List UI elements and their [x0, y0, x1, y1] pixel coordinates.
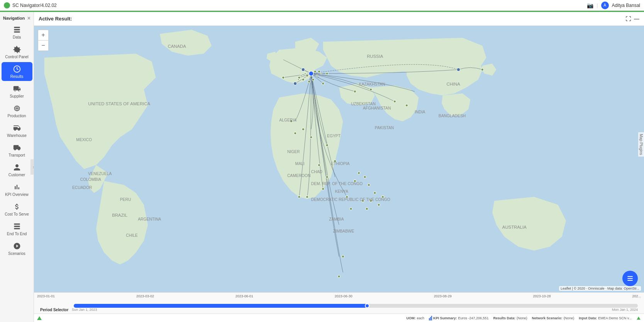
- period-thumb[interactable]: [365, 303, 369, 308]
- transport-icon: [12, 143, 22, 152]
- period-end-date: Mon Jan 1, 2024: [612, 308, 638, 312]
- period-track[interactable]: [74, 304, 638, 308]
- fab-button[interactable]: [622, 271, 638, 286]
- svg-text:DEMOCRATIC REPUBLIC OF THE CON: DEMOCRATIC REPUBLIC OF THE CONGO: [311, 197, 390, 202]
- network-scenario-status: Network Scenario: (None): [532, 316, 575, 320]
- sidebar-label-scenarios: Scenarios: [8, 251, 25, 256]
- svg-point-11: [309, 71, 314, 76]
- input-data-value: EMEA Demo SCN v...: [598, 316, 632, 320]
- sidebar-item-customer[interactable]: Customer: [2, 160, 32, 179]
- sidebar-item-warehouse[interactable]: Warehouse: [2, 121, 32, 140]
- svg-text:CHAD: CHAD: [311, 170, 322, 174]
- sidebar-item-kpi-overview[interactable]: KPI Overview: [2, 180, 32, 199]
- kpi-summary-status: KPI Summary: Euros -247,206,551: [429, 316, 489, 320]
- svg-text:ETHIOPIA: ETHIOPIA: [331, 162, 349, 166]
- svg-text:COLOMBIA: COLOMBIA: [80, 177, 101, 182]
- map-right-label[interactable]: Map Plugins: [638, 132, 644, 157]
- cost-icon: [12, 202, 22, 211]
- result-header: Active Result: ⛶ —: [34, 12, 644, 26]
- sidebar-item-scenarios[interactable]: Scenarios: [2, 239, 32, 258]
- sidebar-label-data: Data: [13, 35, 21, 39]
- sidebar-label-control-panel: Control Panel: [5, 55, 29, 59]
- sidebar-item-supplier[interactable]: Supplier: [2, 82, 32, 101]
- svg-text:ALGERIA: ALGERIA: [279, 118, 297, 122]
- svg-point-24: [304, 73, 306, 74]
- svg-point-31: [393, 100, 396, 103]
- map-svg: UNITED STATES OF AMERICA MEXICO BRAZIL R…: [34, 26, 644, 292]
- svg-point-55: [378, 204, 380, 206]
- uom-value: each: [417, 316, 424, 320]
- svg-text:PAKISTAN: PAKISTAN: [375, 126, 394, 130]
- period-date-3: 2023-06-01: [236, 294, 253, 298]
- svg-point-41: [326, 176, 328, 178]
- topbar-left: SC Navigator/4.02.02: [4, 2, 57, 8]
- svg-point-27: [316, 75, 318, 76]
- sidebar-label-cost-to-serve: Cost To Serve: [5, 212, 29, 216]
- sidebar-label-kpi: KPI Overview: [5, 192, 29, 197]
- period-date-4: 2023-06-30: [335, 294, 353, 298]
- green-accent-bar: [0, 11, 644, 12]
- user-name: Aditya Bansal: [612, 3, 640, 8]
- svg-point-13: [293, 82, 297, 85]
- e2e-icon: [12, 222, 22, 231]
- map-zoom-controls[interactable]: + −: [38, 30, 49, 51]
- svg-text:UZBEKISTAN: UZBEKISTAN: [351, 102, 376, 106]
- sidebar-item-end-to-end[interactable]: End To End: [2, 219, 32, 238]
- svg-text:AUSTRALIA: AUSTRALIA: [502, 225, 527, 229]
- kpi-chart-icon: [429, 316, 432, 320]
- uom-label: UOM:: [406, 316, 415, 320]
- sidebar-collapse-button[interactable]: ›: [31, 159, 34, 175]
- kpi-summary-label: KPI Summary:: [433, 316, 457, 320]
- status-bar-left: [37, 316, 42, 320]
- svg-point-33: [457, 68, 460, 71]
- svg-point-58: [364, 176, 366, 178]
- sidebar-item-results[interactable]: Results: [2, 62, 32, 81]
- svg-point-26: [298, 79, 299, 80]
- svg-point-59: [368, 184, 370, 186]
- sidebar-label-transport: Transport: [8, 153, 25, 157]
- status-bar: UOM: each KPI Summary: Euros -247,206,55…: [34, 314, 644, 322]
- sidebar-item-production[interactable]: Production: [2, 101, 32, 120]
- sidebar-label-production: Production: [8, 114, 26, 118]
- svg-text:VENEZUELA: VENEZUELA: [88, 172, 112, 176]
- map-container[interactable]: UNITED STATES OF AMERICA MEXICO BRAZIL R…: [34, 26, 644, 292]
- svg-point-23: [302, 78, 304, 81]
- sidebar-label-customer: Customer: [8, 173, 25, 177]
- expand-icon[interactable]: ⛶: [625, 16, 631, 22]
- period-date-7: 202...: [632, 294, 641, 298]
- svg-point-57: [358, 172, 360, 174]
- svg-point-42: [322, 188, 324, 190]
- results-data-status: Results Data: (None): [493, 316, 527, 320]
- network-scenario-label: Network Scenario:: [532, 316, 563, 320]
- zoom-out-button[interactable]: −: [38, 40, 48, 51]
- svg-text:AFGHANISTAN: AFGHANISTAN: [363, 106, 391, 110]
- svg-point-44: [298, 196, 300, 198]
- svg-point-36: [294, 132, 296, 134]
- svg-point-17: [298, 76, 300, 79]
- camera-icon[interactable]: 📷: [587, 2, 593, 8]
- svg-point-39: [326, 144, 328, 146]
- zoom-in-button[interactable]: +: [38, 30, 48, 40]
- period-date-1: 2023-01-01: [37, 294, 55, 298]
- sidebar-item-transport[interactable]: Transport: [2, 141, 32, 160]
- svg-point-38: [310, 136, 312, 138]
- production-icon: [12, 104, 22, 113]
- svg-point-20: [306, 74, 308, 77]
- svg-point-49: [350, 207, 352, 210]
- control-panel-icon: [12, 45, 22, 54]
- sidebar-item-control-panel[interactable]: Control Panel: [2, 42, 32, 61]
- period-date-6: 2023-10-28: [533, 294, 551, 298]
- svg-point-47: [318, 164, 320, 166]
- svg-text:ARGENTINA: ARGENTINA: [138, 217, 161, 221]
- warehouse-icon: [12, 123, 22, 133]
- sidebar-close-button[interactable]: ×: [27, 15, 31, 21]
- sidebar-item-cost-to-serve[interactable]: Cost To Serve: [2, 200, 32, 219]
- svg-point-14: [318, 71, 320, 73]
- sidebar-item-data[interactable]: Data: [2, 23, 32, 42]
- data-icon: [12, 25, 22, 34]
- svg-text:CAMEROON: CAMEROON: [287, 174, 311, 178]
- content-area: Active Result: ⛶ —: [34, 12, 644, 322]
- svg-point-29: [354, 90, 356, 93]
- menu-icon[interactable]: —: [634, 16, 639, 22]
- map-attribution: Leaflet | © 2020 · Omniscale · Map data:…: [559, 286, 641, 291]
